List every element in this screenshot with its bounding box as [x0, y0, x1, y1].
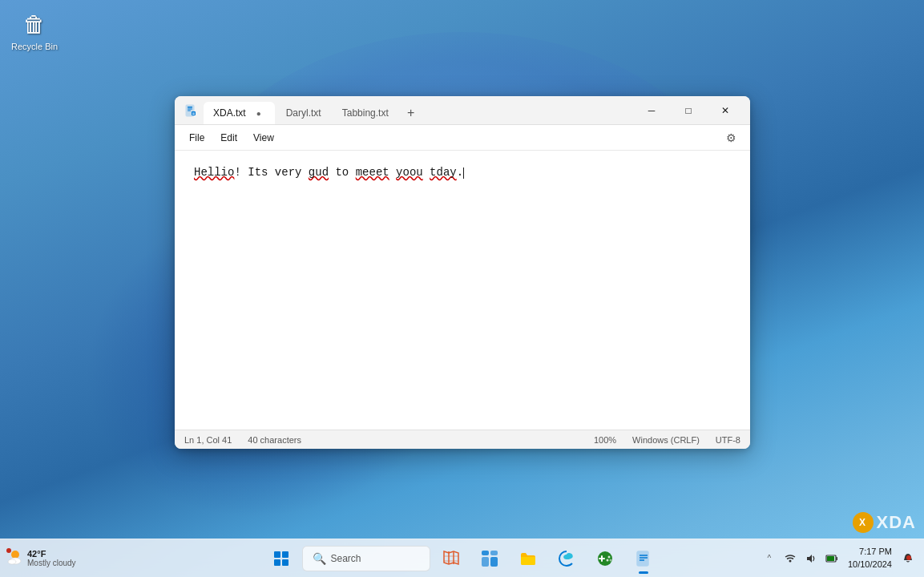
xda-text: XDA: [877, 512, 916, 533]
svg-point-26: [606, 559, 608, 561]
window-controls: ─ □ ✕: [633, 96, 744, 125]
recycle-bin-graphic: 🗑: [18, 8, 50, 40]
notepad-window: XDA.txt ● Daryl.txt Tabbing.txt + ─ □ ✕: [175, 96, 750, 449]
taskbar-edge[interactable]: [549, 541, 584, 576]
svg-rect-12: [282, 551, 288, 558]
svg-rect-36: [827, 556, 834, 561]
menu-file[interactable]: File: [181, 129, 212, 147]
tab-tabbing[interactable]: Tabbing.txt: [333, 102, 398, 124]
text-2: to: [329, 166, 356, 179]
taskbar-maps[interactable]: [434, 541, 469, 576]
status-bar: Ln 1, Col 41 40 characters 100% Windows …: [175, 430, 750, 449]
taskbar-right: ^: [760, 544, 918, 572]
svg-marker-15: [444, 551, 458, 564]
title-bar: XDA.txt ● Daryl.txt Tabbing.txt + ─ □ ✕: [175, 96, 750, 125]
tray-chevron[interactable]: ^: [760, 549, 779, 568]
zoom-level: 100%: [594, 435, 616, 445]
svg-rect-20: [482, 551, 489, 555]
svg-rect-4: [192, 111, 196, 115]
clock-date: 10/10/2024: [848, 559, 892, 571]
svg-rect-23: [490, 557, 498, 567]
weather-widget[interactable]: 42°F Mostly cloudy: [6, 548, 76, 569]
word-gud: gud: [309, 166, 329, 179]
word-meeet: meeet: [356, 166, 389, 179]
tab-list: XDA.txt ● Daryl.txt Tabbing.txt +: [204, 96, 633, 124]
menu-bar: File Edit View ⚙: [175, 125, 750, 151]
weather-temp: 42°F: [27, 549, 76, 559]
start-button[interactable]: [264, 541, 299, 576]
tray-battery[interactable]: [822, 549, 841, 568]
text-5: .: [457, 166, 463, 179]
tab-daryl-label: Daryl.txt: [286, 107, 321, 119]
notification-dot: [906, 555, 911, 560]
text-4: [423, 166, 430, 179]
tray-network[interactable]: [781, 549, 800, 568]
tab-daryl[interactable]: Daryl.txt: [276, 102, 331, 124]
tab-xda-close[interactable]: ●: [252, 107, 265, 119]
minimize-button[interactable]: ─: [633, 96, 670, 125]
word-hellio: Hellio: [194, 166, 234, 179]
svg-rect-2: [188, 108, 192, 109]
svg-rect-22: [482, 557, 489, 567]
search-icon: 🔍: [313, 552, 326, 565]
weather-icon: [6, 548, 24, 569]
svg-rect-1: [188, 107, 192, 108]
notification-bell[interactable]: [898, 549, 918, 568]
weather-desc: Mostly cloudy: [27, 559, 76, 567]
recycle-bin-icon[interactable]: 🗑 Recycle Bin: [11, 8, 58, 51]
editor-content: Hellio! Its very gud to meeet yoou tday.: [194, 163, 731, 181]
close-button[interactable]: ✕: [707, 96, 744, 125]
cursor-position: Ln 1, Col 41: [184, 435, 232, 445]
svg-rect-13: [274, 559, 280, 566]
svg-rect-35: [836, 557, 837, 560]
maximize-button[interactable]: □: [670, 96, 707, 125]
clock-time: 7:17 PM: [859, 546, 892, 558]
svg-point-27: [609, 559, 611, 561]
svg-rect-14: [282, 559, 288, 566]
recycle-bin-label: Recycle Bin: [11, 42, 58, 51]
svg-rect-28: [637, 551, 648, 566]
settings-icon[interactable]: ⚙: [718, 125, 744, 151]
taskbar-center: 🔍 Search: [264, 541, 661, 576]
app-icon: [181, 101, 200, 120]
svg-point-10: [6, 548, 11, 553]
xda-logo: X: [853, 512, 874, 533]
text-cursor: [463, 167, 464, 179]
editor-area[interactable]: Hellio! Its very gud to meeet yoou tday.: [175, 151, 750, 430]
tab-xda[interactable]: XDA.txt ●: [204, 102, 275, 124]
svg-rect-3: [188, 110, 191, 111]
svg-point-7: [11, 551, 19, 559]
taskbar-notepad[interactable]: [626, 541, 661, 576]
system-clock[interactable]: 7:17 PM 10/10/2024: [845, 544, 895, 572]
search-label: Search: [331, 553, 361, 564]
menu-edit[interactable]: Edit: [212, 129, 245, 147]
text-1: ! Its very: [234, 166, 308, 179]
line-ending: Windows (CRLF): [632, 435, 700, 445]
system-tray: ^: [760, 549, 841, 568]
desktop: 🗑 Recycle Bin XDA.txt: [0, 0, 924, 577]
tray-volume[interactable]: [801, 549, 821, 568]
status-right: 100% Windows (CRLF) UTF-8: [594, 435, 740, 445]
taskbar-games[interactable]: [587, 541, 623, 576]
taskbar-file-explorer[interactable]: [510, 541, 546, 576]
menu-view[interactable]: View: [245, 129, 282, 147]
taskbar: 42°F Mostly cloudy 🔍 Search: [0, 539, 924, 577]
taskbar-widgets[interactable]: [472, 541, 507, 576]
tab-add-button[interactable]: +: [400, 102, 422, 124]
svg-point-25: [607, 555, 610, 558]
search-bar[interactable]: 🔍 Search: [302, 546, 430, 571]
tab-xda-label: XDA.txt: [213, 107, 246, 119]
svg-marker-33: [807, 555, 812, 563]
word-tday: tday: [430, 166, 457, 179]
svg-rect-21: [490, 551, 498, 555]
encoding: UTF-8: [716, 435, 740, 445]
word-yoou: yoou: [396, 166, 423, 179]
text-3: [389, 166, 396, 179]
svg-point-9: [8, 559, 16, 564]
svg-rect-11: [274, 551, 280, 558]
tab-tabbing-label: Tabbing.txt: [342, 107, 389, 119]
svg-point-32: [789, 559, 791, 562]
character-count: 40 characters: [248, 435, 301, 445]
xda-watermark: X XDA: [853, 512, 916, 533]
weather-info: 42°F Mostly cloudy: [27, 549, 76, 567]
